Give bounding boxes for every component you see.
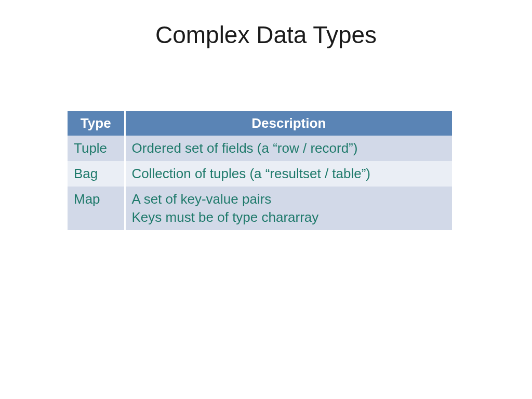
cell-type: Bag [68,161,125,187]
cell-description: Ordered set of fields (a “row / record”) [125,136,452,161]
header-description: Description [125,111,452,136]
table-row: Map A set of key-value pairsKeys must be… [68,187,452,230]
table-row: Bag Collection of tuples (a “resultset /… [68,161,452,187]
slide: Complex Data Types Type Description Tupl… [0,0,532,399]
header-type: Type [68,111,125,136]
cell-type: Tuple [68,136,125,161]
page-title: Complex Data Types [0,21,532,49]
table-row: Tuple Ordered set of fields (a “row / re… [68,136,452,161]
cell-description: A set of key-value pairsKeys must be of … [125,187,452,230]
data-types-table: Type Description Tuple Ordered set of fi… [68,111,452,230]
cell-description: Collection of tuples (a “resultset / tab… [125,161,452,187]
cell-type: Map [68,187,125,230]
table-header-row: Type Description [68,111,452,136]
table-container: Type Description Tuple Ordered set of fi… [68,111,452,230]
